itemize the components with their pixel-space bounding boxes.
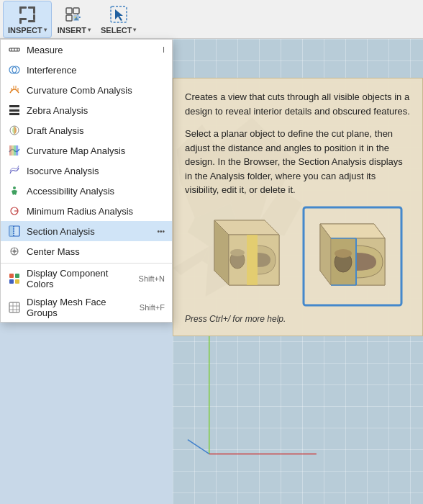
menu-item-accessibility[interactable]: Accessibility Analysis xyxy=(1,181,172,201)
measure-icon xyxy=(8,43,21,56)
insert-dropdown-arrow: ▾ xyxy=(88,27,91,33)
tooltip-footer: Press Ctrl+/ for more help. xyxy=(185,314,411,324)
svg-marker-17 xyxy=(115,9,123,21)
svg-rect-37 xyxy=(16,145,18,156)
menu-item-display-mesh[interactable]: Display Mesh Face Groups Shift+F xyxy=(1,293,172,322)
menu-item-section[interactable]: Section Analysis ••• xyxy=(1,221,172,241)
svg-rect-52 xyxy=(9,302,19,312)
inspect-dropdown-menu: Measure I Interference Curvature Comb An… xyxy=(0,39,173,323)
menu-item-draft[interactable]: Draft Analysis xyxy=(1,120,172,140)
menu-item-zebra[interactable]: Zebra Analysis xyxy=(1,100,172,120)
insert-label: INSERT ▾ xyxy=(58,26,91,35)
svg-rect-5 xyxy=(33,6,35,14)
menu-item-measure[interactable]: Measure I xyxy=(1,40,172,60)
menu-item-curvature-comb[interactable]: Curvature Comb Analysis xyxy=(1,80,172,100)
svg-marker-81 xyxy=(320,224,385,238)
svg-point-38 xyxy=(13,186,16,189)
svg-point-86 xyxy=(335,249,352,258)
zebra-icon xyxy=(8,104,21,117)
svg-rect-8 xyxy=(66,8,72,14)
curvature-comb-icon xyxy=(8,84,21,96)
svg-rect-1 xyxy=(19,6,22,14)
display-component-icon xyxy=(8,272,21,285)
svg-point-78 xyxy=(230,249,245,256)
accessibility-icon xyxy=(8,184,21,197)
inspect-button[interactable]: INSPECT ▾ xyxy=(3,1,52,38)
section-icon xyxy=(8,225,21,238)
svg-rect-10 xyxy=(66,15,72,21)
svg-point-47 xyxy=(13,250,16,253)
svg-rect-30 xyxy=(9,109,19,112)
select-label: SELECT ▾ xyxy=(101,26,136,35)
section-cube-image2 xyxy=(302,206,403,307)
menu-item-curvature-map[interactable]: Curvature Map Analysis xyxy=(1,140,172,161)
svg-rect-29 xyxy=(9,105,19,107)
select-button[interactable]: SELECT ▾ xyxy=(96,1,140,37)
svg-rect-3 xyxy=(19,18,22,24)
select-icon xyxy=(109,4,129,24)
menu-item-interference[interactable]: Interference xyxy=(1,60,172,80)
svg-rect-49 xyxy=(15,274,19,278)
svg-rect-36 xyxy=(14,145,16,156)
svg-rect-35 xyxy=(12,145,14,156)
svg-marker-76 xyxy=(247,235,258,285)
svg-rect-50 xyxy=(9,279,14,284)
svg-rect-34 xyxy=(9,145,12,156)
svg-rect-48 xyxy=(9,274,14,278)
tooltip-paragraph1: Creates a view that cuts through all vis… xyxy=(185,90,411,118)
svg-rect-51 xyxy=(15,279,19,284)
insert-icon xyxy=(64,4,84,24)
svg-line-59 xyxy=(188,440,209,454)
isocurve-icon xyxy=(8,164,21,177)
svg-rect-6 xyxy=(28,20,35,22)
section-cube-image1 xyxy=(193,206,294,307)
insert-button[interactable]: INSERT ▾ xyxy=(53,1,95,37)
canvas-area: Creates a view that cuts through all vis… xyxy=(173,39,423,504)
svg-point-15 xyxy=(74,17,76,18)
inspect-label: INSPECT ▾ xyxy=(8,26,47,35)
tooltip-paragraph2: Select a planar object to define the cut… xyxy=(185,127,411,197)
menu-item-center-mass[interactable]: Center Mass xyxy=(1,241,172,261)
select-dropdown-arrow: ▾ xyxy=(133,27,136,33)
tooltip-images xyxy=(185,206,411,307)
svg-rect-9 xyxy=(73,8,79,14)
svg-rect-31 xyxy=(9,113,19,115)
svg-rect-42 xyxy=(9,226,14,236)
inspect-dropdown-arrow: ▾ xyxy=(44,27,47,33)
section-more-icon[interactable]: ••• xyxy=(157,228,165,235)
menu-item-display-component[interactable]: Display Component Colors Shift+N xyxy=(1,263,172,293)
toolbar: INSPECT ▾ INSERT ▾ xyxy=(0,0,423,39)
svg-rect-7 xyxy=(33,14,35,20)
menu-item-isocurve[interactable]: Isocurve Analysis xyxy=(1,161,172,181)
tooltip-panel: Creates a view that cuts through all vis… xyxy=(173,78,423,336)
minimum-radius-icon xyxy=(8,204,21,217)
draft-icon xyxy=(8,124,21,137)
menu-item-minimum-radius[interactable]: Minimum Radius Analysis xyxy=(1,201,172,221)
display-mesh-icon xyxy=(8,301,21,314)
center-mass-icon xyxy=(8,245,21,258)
interference-icon xyxy=(8,63,21,76)
inspect-icon xyxy=(17,4,37,24)
curvature-map-icon xyxy=(8,144,21,157)
